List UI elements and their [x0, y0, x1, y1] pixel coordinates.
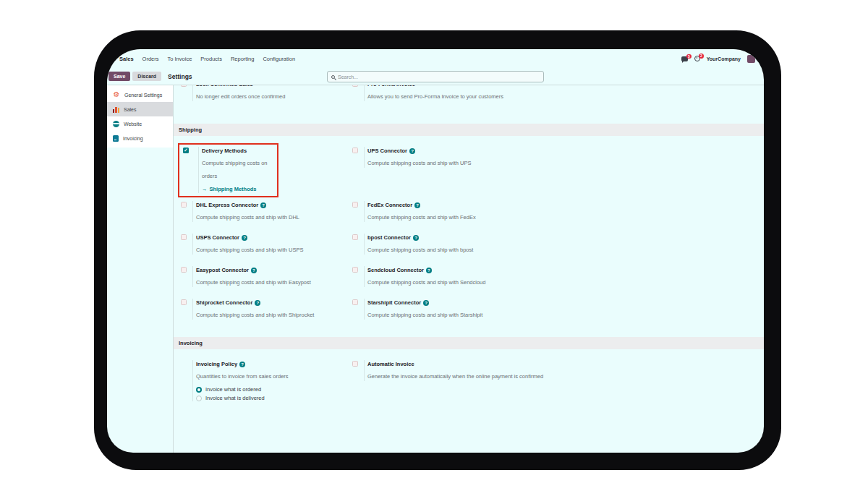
sales-icon — [113, 106, 119, 113]
page-title: Settings — [168, 73, 192, 80]
activities-button[interactable]: 2 — [694, 56, 700, 61]
setting-title: FedEx Connector — [367, 201, 476, 209]
menu-orders[interactable]: Orders — [142, 56, 159, 62]
save-button[interactable]: Save — [109, 72, 130, 81]
radio-label: Invoice what is delivered — [205, 395, 265, 401]
app-name-sales[interactable]: Sales — [119, 56, 134, 62]
sidebar-item-general-settings[interactable]: General Settings — [107, 87, 173, 102]
setting-title: bpost Connector — [367, 234, 473, 242]
setting-desc: Compute shipping costs and ship with bpo… — [367, 247, 473, 253]
easypost-connector-checkbox[interactable] — [181, 267, 187, 273]
setting-title: DHL Express Connector — [196, 201, 299, 209]
shipping-rows: Delivery Methods Compute shipping costs … — [174, 136, 764, 320]
setting-desc: Compute shipping costs and ship with UPS — [367, 160, 471, 166]
help-icon[interactable] — [239, 362, 245, 367]
top-nav-right: 5 2 YourCompany — [681, 55, 755, 63]
search-box[interactable] — [327, 71, 544, 82]
website-icon — [113, 121, 119, 127]
bpost-connector-checkbox[interactable] — [352, 234, 358, 240]
setting-desc: Generate the invoice automatically when … — [367, 373, 543, 380]
sidebar-item-label: General Settings — [124, 93, 162, 98]
setting-delivery-methods: Delivery Methods Compute shipping costs … — [174, 143, 345, 197]
section-header-shipping: Shipping — [174, 124, 764, 136]
control-bar: Save Discard Settings — [107, 68, 764, 85]
setting-bpost-connector: bpost Connector Compute shipping costs a… — [345, 234, 764, 255]
help-icon[interactable] — [426, 268, 432, 273]
setting-desc: Compute shipping costs on orders — [202, 160, 267, 179]
help-icon[interactable] — [260, 202, 266, 208]
setting-row: Shiprocket Connector Compute shipping co… — [174, 299, 764, 320]
radio-label: Invoice what is ordered — [205, 386, 261, 393]
setting-easypost-connector: Easypost Connector Compute shipping cost… — [174, 266, 345, 287]
link-arrow-icon: → — [202, 185, 208, 193]
setting-title: USPS Connector — [196, 234, 303, 242]
sidebar-item-website[interactable]: Website — [107, 116, 173, 131]
shiprocket-connector-checkbox[interactable] — [181, 299, 187, 305]
help-icon[interactable] — [251, 268, 257, 273]
invoicing-rows: Invoicing Policy Quantities to invoice f… — [174, 349, 764, 401]
setting-desc: Quantities to invoice from sales orders — [196, 373, 289, 380]
help-icon[interactable] — [409, 148, 415, 154]
usps-connector-checkbox[interactable] — [181, 234, 187, 240]
sendcloud-connector-checkbox[interactable] — [352, 267, 358, 273]
setting-title: Pro-Forma Invoice — [367, 85, 503, 88]
setting-desc: Compute shipping costs and ship with Sta… — [367, 312, 482, 318]
help-icon[interactable] — [414, 202, 420, 208]
menu-reporting[interactable]: Reporting — [231, 56, 255, 62]
setting-fedex-connector: FedEx Connector Compute shipping costs a… — [345, 201, 764, 222]
setting-desc: Compute shipping costs and ship with Fed… — [367, 214, 476, 221]
radio-unselected-icon — [196, 396, 202, 401]
menu-to-invoice[interactable]: To Invoice — [168, 56, 192, 62]
setting-desc: Compute shipping costs and ship with USP… — [196, 247, 303, 253]
setting-row: Invoicing Policy Quantities to invoice f… — [174, 360, 764, 401]
setting-desc: Compute shipping costs and ship with DHL — [196, 214, 299, 221]
help-icon[interactable] — [242, 235, 247, 241]
shipping-methods-link[interactable]: → Shipping Methods — [202, 185, 277, 193]
setting-desc: Compute shipping costs and ship with Sen… — [367, 279, 485, 286]
setting-dhl-connector: DHL Express Connector Compute shipping c… — [174, 201, 345, 222]
sidebar-item-invoicing[interactable]: Invoicing — [107, 131, 173, 145]
fedex-connector-checkbox[interactable] — [352, 202, 358, 208]
sidebar-item-label: Sales — [124, 107, 137, 112]
setting-ups-connector: UPS Connector Compute shipping costs and… — [345, 143, 764, 197]
sidebar-list: General Settings Sales Website Invo — [107, 85, 173, 148]
sidebar-item-label: Invoicing — [123, 136, 143, 141]
setting-starshipit-connector: Starshipit Connector Compute shipping co… — [345, 299, 764, 320]
activities-badge: 2 — [699, 54, 704, 59]
discard-button[interactable]: Discard — [132, 72, 161, 81]
messages-badge: 5 — [686, 54, 692, 59]
setting-lock-confirmed-sales: Lock Confirmed Sales No longer edit orde… — [174, 85, 345, 101]
messages-button[interactable]: 5 — [681, 56, 688, 61]
setting-automatic-invoice: Automatic Invoice Generate the invoice a… — [345, 360, 764, 401]
setting-sendcloud-connector: Sendcloud Connector Compute shipping cos… — [345, 266, 764, 287]
user-avatar[interactable] — [747, 55, 755, 63]
sidebar-item-sales[interactable]: Sales — [107, 102, 173, 116]
radio-invoice-delivered[interactable]: Invoice what is delivered — [196, 395, 289, 401]
dhl-connector-checkbox[interactable] — [181, 202, 187, 208]
menu-products[interactable]: Products — [200, 56, 222, 62]
setting-row: Easypost Connector Compute shipping cost… — [174, 266, 764, 287]
lock-confirmed-sales-checkbox[interactable] — [181, 85, 187, 87]
company-menu[interactable]: YourCompany — [707, 56, 741, 61]
starshipit-connector-checkbox[interactable] — [352, 299, 358, 305]
search-input[interactable] — [338, 74, 540, 80]
ups-connector-checkbox[interactable] — [352, 148, 358, 153]
settings-body: General Settings Sales Website Invo — [107, 85, 764, 453]
help-icon[interactable] — [423, 300, 429, 306]
general-settings-icon — [113, 91, 120, 98]
automatic-invoice-checkbox[interactable] — [352, 361, 358, 367]
menu-configuration[interactable]: Configuration — [263, 56, 295, 62]
help-icon[interactable] — [413, 235, 419, 241]
sidebar-item-label: Website — [124, 121, 142, 127]
settings-main: Lock Confirmed Sales No longer edit orde… — [174, 85, 764, 453]
setting-row: Delivery Methods Compute shipping costs … — [174, 143, 764, 197]
setting-desc: Allows you to send Pro-Forma Invoice to … — [367, 93, 503, 100]
highlight-box: Delivery Methods Compute shipping costs … — [178, 143, 278, 197]
setting-shiprocket-connector: Shiprocket Connector Compute shipping co… — [174, 299, 345, 320]
setting-title: Automatic Invoice — [367, 360, 543, 368]
pro-forma-invoice-checkbox[interactable] — [352, 85, 358, 87]
delivery-methods-checkbox[interactable] — [183, 148, 189, 153]
help-icon[interactable] — [255, 300, 260, 306]
setting-desc: No longer edit orders once confirmed — [196, 93, 285, 100]
radio-invoice-ordered[interactable]: Invoice what is ordered — [196, 386, 289, 393]
